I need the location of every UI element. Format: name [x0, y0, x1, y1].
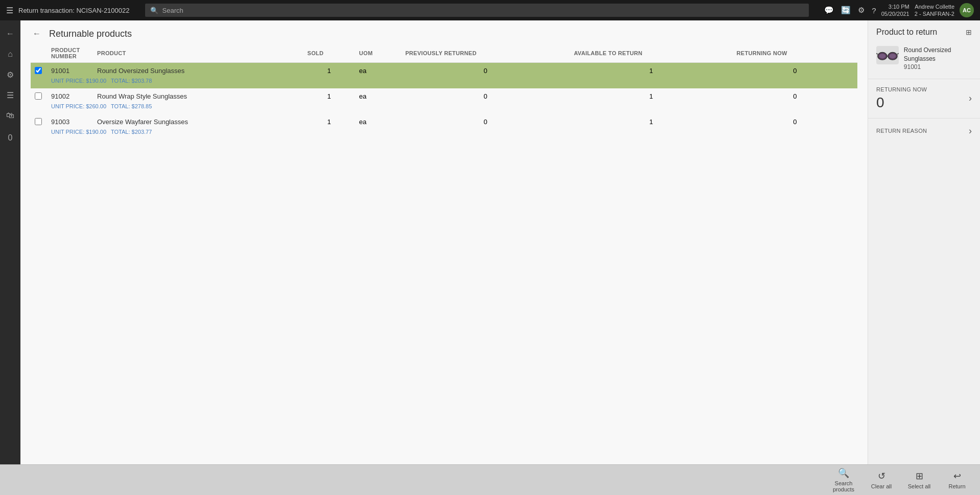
page-title: Returnable products	[49, 29, 132, 39]
table-row[interactable]: 91001 Round Oversized Sunglasses 1 ea 0 …	[31, 63, 857, 77]
price-spacer-0	[31, 77, 47, 88]
uom-cell-2: ea	[355, 114, 401, 128]
price-row: UNIT PRICE: $260.00 TOTAL: $278.85	[31, 102, 857, 114]
sidebar-bag[interactable]: 🛍	[1, 106, 19, 125]
checkbox-cell-2[interactable]	[31, 114, 47, 128]
select-all-button[interactable]: ⊞ Select all	[906, 470, 932, 489]
sidebar: ← ⌂ ⚙ ☰ 🛍 0	[0, 20, 20, 464]
search-bar[interactable]: 🔍 Search	[145, 4, 809, 17]
svg-point-6	[890, 54, 896, 58]
table-row[interactable]: 91003 Oversize Wayfarer Sunglasses 1 ea …	[31, 114, 857, 128]
avail-return-cell-1: 1	[570, 88, 732, 102]
svg-line-3	[876, 53, 878, 54]
checkbox-cell-0[interactable]	[31, 63, 47, 77]
row-checkbox-1[interactable]	[35, 92, 42, 100]
col-header-uom: UOM	[355, 44, 401, 63]
product-preview: Round Oversized Sunglasses 91001	[868, 42, 980, 79]
bottom-toolbar: 🔍 Searchproducts ↺ Clear all ⊞ Select al…	[0, 464, 980, 495]
price-row: UNIT PRICE: $190.00 TOTAL: $203.78	[31, 77, 857, 88]
sidebar-back[interactable]: ←	[1, 25, 19, 43]
product-preview-name: Round Oversized Sunglasses	[904, 46, 972, 63]
col-header-product-number: PRODUCT NUMBER	[47, 44, 93, 63]
return-button[interactable]: ↩ Return	[944, 470, 970, 489]
returning-now-cell-1: 0	[733, 88, 858, 102]
price-spacer-1	[31, 102, 47, 114]
back-button[interactable]: ←	[31, 28, 43, 40]
returning-now-label: RETURNING NOW	[876, 86, 927, 92]
sidebar-list[interactable]: ☰	[1, 86, 19, 104]
prev-returned-cell-1: 0	[401, 88, 570, 102]
returning-now-chevron[interactable]: ›	[969, 93, 972, 104]
prev-returned-cell-0: 0	[401, 63, 570, 77]
price-row: UNIT PRICE: $190.00 TOTAL: $203.77	[31, 128, 857, 139]
product-number-cell-1: 91002	[47, 88, 93, 102]
sold-cell-2: 1	[304, 114, 355, 128]
clear-all-button[interactable]: ↺ Clear all	[869, 470, 894, 489]
return-label: Return	[948, 483, 965, 489]
sidebar-home[interactable]: ⌂	[1, 45, 19, 63]
content-area: ← Returnable products PRODUCT NUMBER PRO…	[20, 20, 868, 464]
product-name-1: Round Wrap Style Sunglasses	[97, 92, 187, 100]
product-number-cell-0: 91001	[47, 63, 93, 77]
hamburger-icon[interactable]: ☰	[6, 6, 13, 15]
row-checkbox-0[interactable]	[35, 67, 42, 74]
uom-cell-1: ea	[355, 88, 401, 102]
avail-return-cell-2: 1	[570, 114, 732, 128]
returning-now-section: RETURNING NOW 0 ›	[868, 79, 980, 119]
search-products-label: Searchproducts	[833, 480, 854, 492]
products-table: PRODUCT NUMBER PRODUCT SOLD UOM PREVIOUS…	[31, 44, 857, 139]
product-name-0: Round Oversized Sunglasses	[97, 67, 184, 75]
chat-icon[interactable]: 💬	[824, 6, 834, 15]
help-icon[interactable]: ?	[872, 6, 876, 15]
sunglasses-icon	[876, 47, 899, 63]
return-reason-label: RETURN REASON	[876, 128, 927, 134]
returning-now-cell-2: 0	[733, 114, 858, 128]
topbar-time: 3:10 PM	[889, 3, 909, 10]
col-header-sold: SOLD	[304, 44, 355, 63]
clear-all-label: Clear all	[871, 483, 892, 489]
expand-icon[interactable]: ⊞	[966, 28, 972, 36]
checkbox-cell-1[interactable]	[31, 88, 47, 102]
unit-price-0: UNIT PRICE: $190.00 TOTAL: $203.78	[51, 78, 152, 84]
col-header-previously-returned: PREVIOUSLY RETURNED	[401, 44, 570, 63]
right-panel: Product to return ⊞ Round Oversized Sung…	[868, 20, 980, 464]
uom-cell-0: ea	[355, 63, 401, 77]
product-number-0: 91001	[51, 67, 69, 75]
select-all-label: Select all	[908, 483, 931, 489]
search-products-button[interactable]: 🔍 Searchproducts	[831, 467, 856, 492]
table-header-row: PRODUCT NUMBER PRODUCT SOLD UOM PREVIOUS…	[31, 44, 857, 63]
topbar-icons: 💬 🔄 ⚙ ?	[824, 6, 876, 15]
sold-cell-0: 1	[304, 63, 355, 77]
search-placeholder: Search	[162, 7, 183, 14]
products-table-container: PRODUCT NUMBER PRODUCT SOLD UOM PREVIOUS…	[20, 44, 868, 464]
product-preview-number: 91001	[904, 63, 972, 70]
page-header: ← Returnable products	[20, 20, 868, 44]
return-reason-chevron[interactable]: ›	[969, 126, 972, 136]
table-row[interactable]: 91002 Round Wrap Style Sunglasses 1 ea 0…	[31, 88, 857, 102]
settings-icon[interactable]: ⚙	[858, 6, 865, 15]
avail-return-cell-0: 1	[570, 63, 732, 77]
unit-price-1: UNIT PRICE: $260.00 TOTAL: $278.85	[51, 103, 152, 109]
product-preview-info: Round Oversized Sunglasses 91001	[904, 46, 972, 70]
return-icon: ↩	[953, 470, 961, 482]
topbar: ☰ Return transaction: NCISAN-2100022 🔍 S…	[0, 0, 980, 20]
topbar-date: 05/20/2021	[881, 10, 909, 17]
row-checkbox-2[interactable]	[35, 118, 42, 125]
price-info-cell-1: UNIT PRICE: $260.00 TOTAL: $278.85	[47, 102, 857, 114]
price-spacer-2	[31, 128, 47, 139]
refresh-icon[interactable]: 🔄	[841, 6, 851, 15]
user-avatar[interactable]: AC	[960, 3, 974, 17]
price-info-cell-0: UNIT PRICE: $190.00 TOTAL: $203.78	[47, 77, 857, 88]
col-header-available-to-return: AVAILABLE TO RETURN	[570, 44, 732, 63]
topbar-title: Return transaction: NCISAN-2100022	[18, 7, 130, 14]
product-name-cell-0: Round Oversized Sunglasses	[93, 63, 304, 77]
sidebar-zero[interactable]: 0	[1, 129, 19, 147]
product-name-cell-1: Round Wrap Style Sunglasses	[93, 88, 304, 102]
product-thumbnail	[876, 46, 899, 64]
sold-cell-1: 1	[304, 88, 355, 102]
sidebar-ops[interactable]: ⚙	[1, 65, 19, 84]
search-products-icon: 🔍	[838, 467, 849, 479]
clear-all-icon: ↺	[878, 470, 885, 482]
returning-now-value: 0	[876, 95, 927, 111]
col-header-product: PRODUCT	[93, 44, 304, 63]
